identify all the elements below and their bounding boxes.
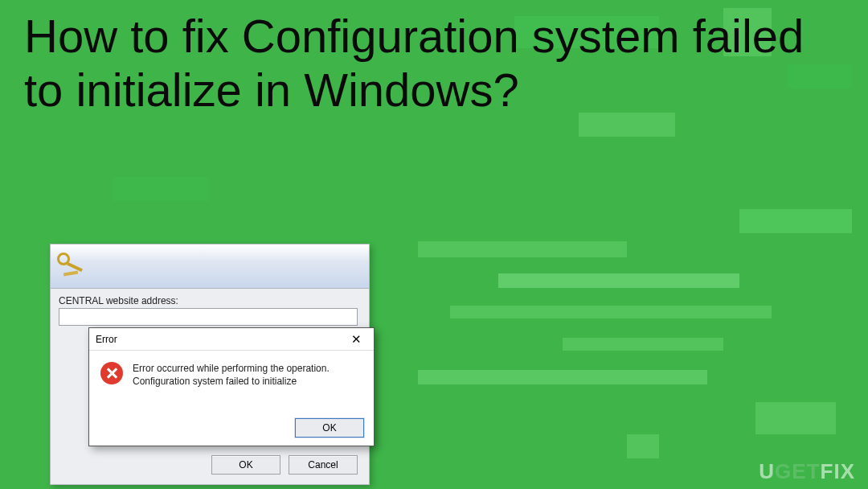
error-titlebar: Error ✕ (89, 328, 374, 351)
close-icon: ✕ (351, 333, 362, 345)
ok-button[interactable]: OK (211, 455, 280, 475)
dialog-header (51, 244, 369, 289)
error-line2: Configuration system failed to initializ… (133, 375, 330, 388)
cancel-button[interactable]: Cancel (289, 455, 358, 475)
error-message: Error occurred while performing the oper… (133, 362, 330, 388)
address-input[interactable] (59, 308, 358, 326)
keys-icon (55, 251, 86, 281)
error-icon (100, 362, 123, 384)
error-ok-button[interactable]: OK (295, 418, 364, 438)
address-label: CENTRAL website address: (59, 295, 361, 306)
page-title: How to fix Configuration system failed t… (24, 10, 844, 117)
error-line1: Error occurred while performing the oper… (133, 362, 330, 375)
error-title: Error (96, 334, 117, 345)
error-dialog: Error ✕ Error occurred while performing … (88, 327, 375, 446)
close-button[interactable]: ✕ (340, 330, 372, 349)
watermark: UGETFIX (759, 459, 855, 484)
